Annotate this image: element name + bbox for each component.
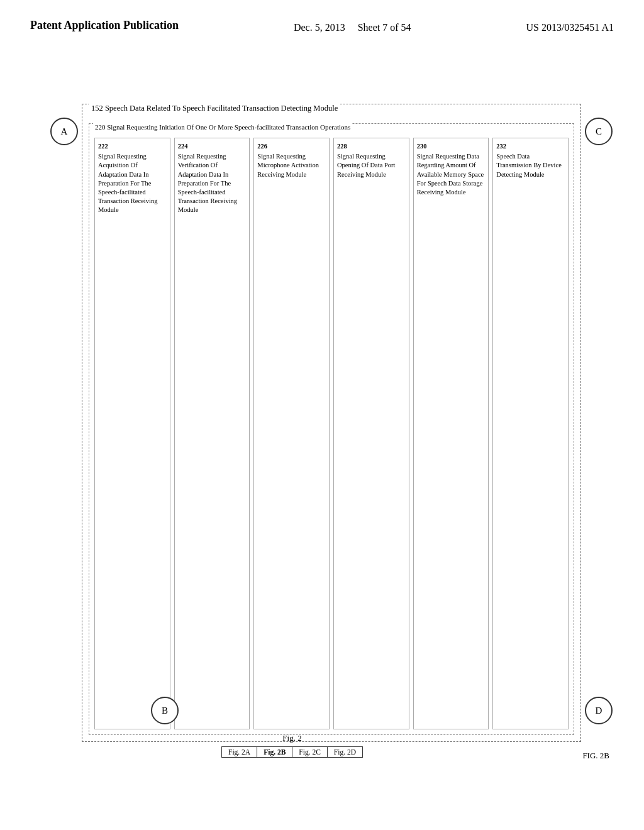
module-232-number: 232 bbox=[496, 142, 565, 151]
module-228-text: Signal Requesting Opening Of Data Port R… bbox=[337, 152, 406, 179]
fig-2b-caption: FIG. 2B bbox=[582, 751, 609, 761]
module-232-text: Speech Data Transmission By Device Detec… bbox=[496, 152, 565, 179]
fig-sub-labels: Fig. 2A Fig. 2B Fig. 2C Fig. 2D bbox=[221, 746, 363, 758]
module-224-text: Signal Requesting Verification Of Adapta… bbox=[178, 152, 247, 214]
module-226-number: 226 bbox=[257, 142, 326, 151]
module-228: 228 Signal Requesting Opening Of Data Po… bbox=[333, 138, 409, 729]
operations-title: 220 Signal Requesting Initiation Of One … bbox=[93, 123, 352, 131]
connector-circle-a: A bbox=[50, 118, 78, 145]
module-226: 226 Signal Requesting Microphone Activat… bbox=[253, 138, 330, 729]
operations-box: 220 Signal Requesting Initiation Of One … bbox=[89, 123, 574, 735]
fig-2c-label: Fig. 2C bbox=[292, 747, 328, 757]
module-230: 230 Signal Requesting Data Regarding Amo… bbox=[413, 138, 489, 729]
connector-circle-c: C bbox=[585, 118, 613, 145]
diagram-area: A C 152 Speech Data Related To Speech Fa… bbox=[50, 97, 619, 780]
module-224-number: 224 bbox=[178, 142, 247, 151]
main-module-box: 152 Speech Data Related To Speech Facili… bbox=[82, 104, 581, 742]
module-222-text: Signal Requesting Acquisition Of Adaptat… bbox=[98, 152, 167, 214]
page-header: Patent Application Publication Dec. 5, 2… bbox=[0, 0, 644, 35]
connector-circle-d: D bbox=[585, 697, 613, 724]
header-date-sheet: Dec. 5, 2013 Sheet 7 of 54 bbox=[294, 18, 411, 35]
patent-number: US 2013/0325451 A1 bbox=[526, 18, 614, 35]
module-230-number: 230 bbox=[417, 142, 486, 151]
connector-circle-b: B bbox=[151, 697, 179, 724]
module-228-number: 228 bbox=[337, 142, 406, 151]
module-222-number: 222 bbox=[98, 142, 167, 151]
figure-labels: Fig. 2 Fig. 2A Fig. 2B Fig. 2C Fig. 2D bbox=[221, 733, 363, 758]
sheet-info: Sheet 7 of 54 bbox=[358, 22, 411, 33]
publication-date: Dec. 5, 2013 bbox=[294, 22, 345, 33]
module-224: 224 Signal Requesting Verification Of Ad… bbox=[174, 138, 250, 729]
module-222: 222 Signal Requesting Acquisition Of Ada… bbox=[94, 138, 170, 729]
module-232: 232 Speech Data Transmission By Device D… bbox=[492, 138, 569, 729]
fig-main-label: Fig. 2 bbox=[221, 733, 363, 743]
publication-title: Patent Application Publication bbox=[30, 18, 179, 33]
fig-2d-label: Fig. 2D bbox=[328, 747, 362, 757]
module-230-text: Signal Requesting Data Regarding Amount … bbox=[417, 152, 486, 197]
main-module-title: 152 Speech Data Related To Speech Facili… bbox=[89, 104, 340, 113]
module-226-text: Signal Requesting Microphone Activation … bbox=[257, 152, 326, 179]
fig-2a-label: Fig. 2A bbox=[222, 747, 257, 757]
modules-grid: 222 Signal Requesting Acquisition Of Ada… bbox=[94, 138, 569, 729]
fig-2b-sub-label: Fig. 2B bbox=[257, 747, 292, 757]
